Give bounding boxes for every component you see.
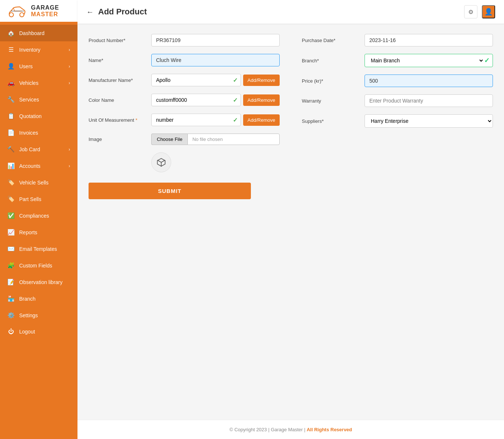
top-bar-right: ⚙ 👤 <box>464 5 495 18</box>
sidebar-item-vehicle-sells[interactable]: 🏷️ Vehicle Sells <box>0 174 77 191</box>
dashboard-icon: 🏠 <box>7 30 15 37</box>
file-input-wrap: Choose File No file chosen <box>151 134 280 145</box>
svg-point-0 <box>9 13 13 17</box>
logo-text: GARAGE MASTER <box>31 4 59 17</box>
unit-row: Unit Of Measurement * ✓ Add/Remove <box>89 114 280 126</box>
sidebar-item-jobcard[interactable]: 🔨 Job Card › <box>0 141 77 158</box>
logo: GARAGE MASTER <box>0 0 77 22</box>
reports-icon: 📈 <box>7 229 15 236</box>
choose-file-button[interactable]: Choose File <box>151 134 187 145</box>
sidebar-item-services[interactable]: 🔧 Services <box>0 91 77 108</box>
color-input[interactable] <box>155 94 233 106</box>
purchase-date-row: Purchase Date* <box>302 34 493 46</box>
name-label: Name* <box>89 58 148 63</box>
suppliers-row: Suppliers* Harry Enterprise <box>302 114 493 128</box>
sidebar-item-email-templates[interactable]: ✉️ Email Templates <box>0 241 77 257</box>
sidebar-item-observation-library[interactable]: 📝 Observation library <box>0 274 77 290</box>
logo-icon <box>6 5 27 17</box>
inventory-icon: ☰ <box>7 46 15 53</box>
sidebar-item-users[interactable]: 👤 Users › <box>0 58 77 75</box>
unit-input-group: ✓ Add/Remove <box>151 114 280 126</box>
accounts-icon: 📊 <box>7 162 15 169</box>
logo-garage: GARAGE <box>31 4 59 11</box>
sidebar-item-logout[interactable]: ⏻ Logout <box>0 324 77 340</box>
color-add-remove-button[interactable]: Add/Remove <box>243 94 280 106</box>
footer-brand: All Rights Reserved <box>307 427 352 432</box>
sidebar-label-custom-fields: Custom Fields <box>19 263 52 269</box>
suppliers-select[interactable]: Harry Enterprise <box>365 114 493 128</box>
unit-input[interactable] <box>155 114 233 126</box>
sidebar-label-settings: Settings <box>19 312 38 318</box>
manufacturer-add-remove-button[interactable]: Add/Remove <box>243 75 280 86</box>
branch-row: Branch* Main Branch ✓ <box>302 54 493 67</box>
sidebar-item-vehicles[interactable]: 🚗 Vehicles › <box>0 75 77 91</box>
color-row: Color Name ✓ Add/Remove <box>89 94 280 106</box>
gear-icon: ⚙ <box>468 8 473 15</box>
sidebar-item-branch[interactable]: 🏪 Branch <box>0 290 77 307</box>
form-area: Product Number* Name* Manufacturer Name*… <box>77 24 504 420</box>
sidebar-label-email-templates: Email Templates <box>19 246 57 252</box>
email-templates-icon: ✉️ <box>7 245 15 252</box>
purchase-date-input[interactable] <box>365 34 493 46</box>
price-input[interactable] <box>365 75 493 87</box>
submit-button[interactable]: SUBMIT <box>89 183 251 199</box>
branch-select[interactable]: Main Branch <box>368 54 484 67</box>
sidebar-label-part-sells: Part Sells <box>19 196 41 202</box>
color-check-icon: ✓ <box>233 97 238 104</box>
sidebar-label-vehicles: Vehicles <box>19 80 38 86</box>
footer-text: © Copyright 2023 | Garage Master | All R… <box>229 427 352 432</box>
user-icon: 👤 <box>484 8 493 16</box>
price-row: Price (kr)* <box>302 75 493 87</box>
sidebar: GARAGE MASTER 🏠 Dashboard ☰ Inventory › … <box>0 0 77 439</box>
sidebar-label-invoices: Invoices <box>19 130 38 136</box>
vehicles-icon: 🚗 <box>7 79 15 86</box>
unit-add-remove-button[interactable]: Add/Remove <box>243 114 280 126</box>
unit-required: * <box>135 117 137 123</box>
product-box-icon <box>156 157 166 167</box>
sidebar-label-inventory: Inventory <box>19 47 41 53</box>
svg-point-1 <box>20 13 24 17</box>
form-left-column: Product Number* Name* Manufacturer Name*… <box>89 34 280 152</box>
sidebar-item-invoices[interactable]: 📄 Invoices <box>0 124 77 141</box>
sidebar-item-part-sells[interactable]: 🏷️ Part Sells <box>0 191 77 207</box>
jobcard-icon: 🔨 <box>7 146 15 153</box>
sidebar-item-dashboard[interactable]: 🏠 Dashboard <box>0 25 77 41</box>
sidebar-item-accounts[interactable]: 📊 Accounts › <box>0 158 77 174</box>
observation-icon: 📝 <box>7 279 15 286</box>
manufacturer-input[interactable] <box>155 74 233 86</box>
sidebar-item-inventory[interactable]: ☰ Inventory › <box>0 41 77 58</box>
sidebar-item-custom-fields[interactable]: 🧩 Custom Fields <box>0 257 77 274</box>
compliances-icon: ✅ <box>7 212 15 219</box>
sidebar-label-logout: Logout <box>19 329 35 335</box>
price-label: Price (kr)* <box>302 78 361 84</box>
back-button[interactable]: ← <box>86 8 94 16</box>
warranty-row: Warranty <box>302 94 493 107</box>
sidebar-item-reports[interactable]: 📈 Reports <box>0 224 77 241</box>
sidebar-label-quotation: Quotation <box>19 113 42 119</box>
gear-button[interactable]: ⚙ <box>464 5 477 18</box>
sidebar-nav: 🏠 Dashboard ☰ Inventory › 👤 Users › 🚗 Ve… <box>0 22 77 439</box>
sidebar-label-jobcard: Job Card <box>19 146 40 152</box>
jobcard-arrow-icon: › <box>69 147 70 152</box>
image-label: Image <box>89 136 148 142</box>
top-bar: ← Add Product ⚙ 👤 <box>77 0 504 24</box>
product-number-input[interactable] <box>151 34 280 46</box>
branch-label: Branch* <box>302 58 361 63</box>
sidebar-item-compliances[interactable]: ✅ Compliances <box>0 207 77 224</box>
warranty-input[interactable] <box>365 94 493 107</box>
sidebar-label-observation-library: Observation library <box>19 279 63 285</box>
quotation-icon: 📋 <box>7 113 15 120</box>
sidebar-item-settings[interactable]: ⚙️ Settings <box>0 307 77 324</box>
user-button[interactable]: 👤 <box>482 5 495 18</box>
sidebar-label-branch: Branch <box>19 296 35 302</box>
sidebar-item-quotation[interactable]: 📋 Quotation <box>0 108 77 124</box>
branch-select-wrap: Main Branch ✓ <box>365 54 493 67</box>
color-input-wrap: ✓ <box>151 94 241 106</box>
name-input[interactable] <box>151 54 280 66</box>
product-number-label: Product Number* <box>89 38 148 43</box>
image-row: Image Choose File No file chosen <box>89 134 280 145</box>
manufacturer-input-wrap: ✓ <box>151 74 241 86</box>
vehicles-arrow-icon: › <box>69 80 70 86</box>
name-row: Name* <box>89 54 280 66</box>
branch-check-icon: ✓ <box>484 56 490 65</box>
